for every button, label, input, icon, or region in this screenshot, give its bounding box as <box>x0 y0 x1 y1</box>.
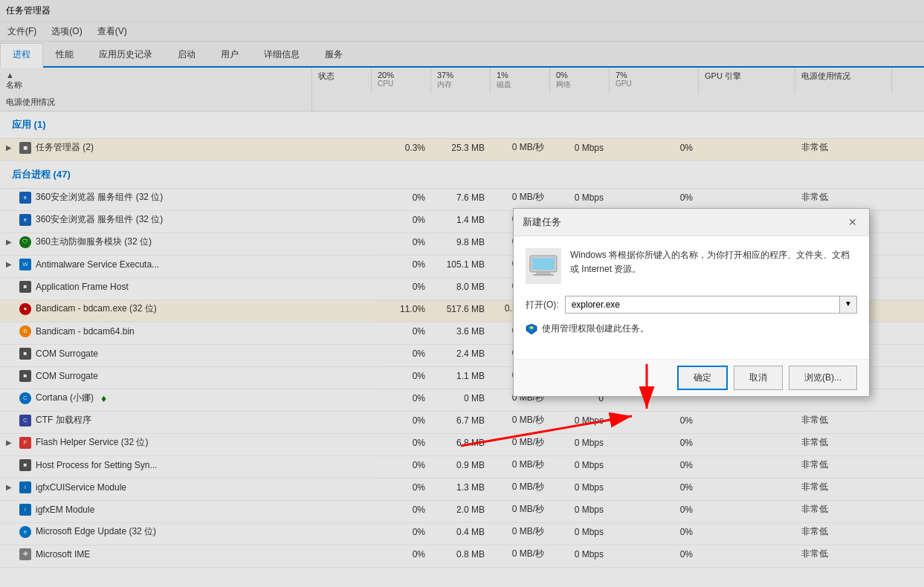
dialog-checkbox-text: 使用管理权限创建此任务。 <box>542 322 649 335</box>
shield-uac-icon <box>526 323 537 335</box>
dialog-browse-button[interactable]: 浏览(B)... <box>789 366 857 390</box>
dialog-ok-button[interactable]: 确定 <box>677 366 728 390</box>
dialog-input-wrap: ▼ <box>565 296 857 314</box>
dialog-description: Windows 将根据你所键入的名称，为你打开相应的程序、文件夹、文档或 Int… <box>570 248 857 276</box>
dialog-open-label: 打开(O): <box>526 299 559 311</box>
dialog-checkbox-row: 使用管理权限创建此任务。 <box>526 322 857 335</box>
svg-rect-2 <box>536 272 551 274</box>
dialog-close-button[interactable]: ✕ <box>845 215 860 230</box>
dialog-title-bar: 新建任务 ✕ <box>514 209 869 236</box>
dialog-computer-icon <box>526 248 561 284</box>
dialog-dropdown-button[interactable]: ▼ <box>839 296 856 313</box>
new-task-dialog: 新建任务 ✕ Windows 将根据你所键入的名称，为你打开相应的程序、文件夹、… <box>513 208 870 397</box>
svg-rect-1 <box>532 258 555 270</box>
dialog-cancel-button[interactable]: 取消 <box>734 366 783 390</box>
dialog-buttons: 确定 取消 浏览(B)... <box>514 359 869 396</box>
dialog-title: 新建任务 <box>523 215 561 229</box>
dialog-open-input[interactable] <box>566 296 839 313</box>
dialog-top: Windows 将根据你所键入的名称，为你打开相应的程序、文件夹、文档或 Int… <box>526 248 857 284</box>
svg-rect-3 <box>533 274 554 276</box>
dialog-content: Windows 将根据你所键入的名称，为你打开相应的程序、文件夹、文档或 Int… <box>514 236 869 359</box>
dialog-open-field: 打开(O): ▼ <box>526 296 857 314</box>
